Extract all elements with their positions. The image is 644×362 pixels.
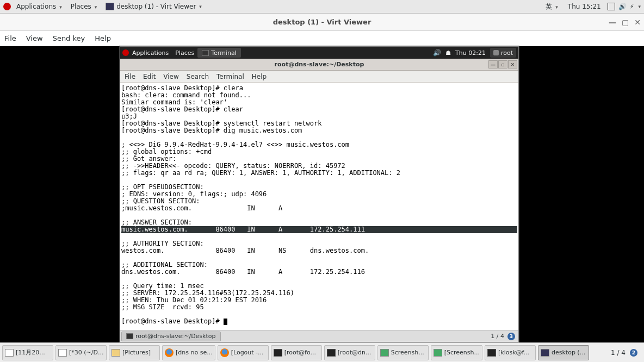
taskbar-label: [Screensh...	[444, 349, 480, 356]
terminal-maximize-button[interactable]: ▫	[498, 60, 507, 68]
close-button[interactable]: ✕	[634, 18, 641, 27]
screenshot-icon	[380, 349, 389, 357]
accessibility-icon[interactable]	[608, 3, 615, 10]
terminal-menubar: File Edit View Search Terminal Help	[120, 71, 518, 83]
host-taskbar-item[interactable]: desktop (...	[538, 345, 589, 360]
guest-user-menu[interactable]: root	[490, 48, 516, 58]
term-menu-edit[interactable]: Edit	[143, 73, 156, 80]
guest-clock[interactable]: Thu 02:21	[455, 49, 486, 57]
host-clock[interactable]: Thu 15:21	[565, 3, 604, 10]
terminal-titlebar[interactable]: root@dns-slave:~/Desktop — ▫ ✕	[120, 59, 518, 71]
taskbar-label: [kiosk@f...	[498, 349, 529, 356]
redhat-icon	[122, 49, 129, 56]
terminal-title: root@dns-slave:~/Desktop	[275, 61, 364, 68]
doc-icon	[5, 349, 14, 357]
host-taskbar-item[interactable]: [11月20...	[2, 345, 53, 360]
host-taskbar-item[interactable]: [Logout -...	[218, 345, 269, 360]
vv-menu-help[interactable]: Help	[95, 34, 111, 42]
term-icon	[274, 349, 282, 357]
ff-icon	[165, 348, 174, 357]
guest-places-menu[interactable]: Places	[172, 49, 197, 57]
host-applications-menu[interactable]: Applications ▾	[13, 3, 65, 10]
taskbar-label: [dns no se...	[176, 349, 213, 356]
network-icon[interactable]	[445, 49, 451, 57]
virt-viewer-window: desktop (1) - Virt Viewer — ▢ ✕ File Vie…	[0, 14, 644, 342]
guest-applications-menu[interactable]: Applications	[129, 49, 172, 57]
terminal-highlighted-line: music.westos.com. 86400 IN A 172.25.254.…	[121, 226, 517, 233]
minimize-button[interactable]: —	[609, 18, 616, 27]
vv-menu-sendkey[interactable]: Send key	[53, 34, 85, 42]
chevron-down-icon: ▾	[59, 4, 62, 10]
terminal-cursor	[224, 319, 227, 325]
terminal-icon	[202, 50, 209, 56]
term-icon	[487, 349, 496, 357]
redhat-icon	[3, 3, 11, 10]
guest-desktop: Applications Places Terminal Thu 02:21 r…	[120, 46, 519, 342]
terminal-window: root@dns-slave:~/Desktop — ▫ ✕ File Edit…	[120, 59, 518, 330]
taskbar-label: [Pictures]	[122, 349, 151, 356]
guest-bottom-panel: root@dns-slave:~/Desktop 1 / 4 3	[120, 330, 518, 342]
taskbar-label: [root@dn...	[338, 349, 371, 356]
guest-workspace-indicator[interactable]: 1 / 4	[491, 333, 504, 340]
guest-top-panel: Applications Places Terminal Thu 02:21 r…	[120, 47, 518, 59]
terminal-close-button[interactable]: ✕	[508, 60, 517, 68]
terminal-output[interactable]: [root@dns-slave Desktop]# clera bash: cl…	[120, 83, 518, 330]
folder-icon	[112, 349, 120, 357]
term-menu-file[interactable]: File	[125, 73, 135, 80]
terminal-minimize-button[interactable]: —	[488, 60, 498, 68]
host-bottom-panel: [11月20...[*30 (~/D...[Pictures][dns no s…	[0, 342, 644, 362]
taskbar-label: [*30 (~/D...	[69, 349, 103, 356]
chevron-down-icon: ▾	[95, 4, 97, 10]
host-taskbar-item[interactable]: [dns no se...	[162, 345, 215, 360]
taskbar-label: desktop (...	[552, 349, 585, 356]
taskbar-label: [11月20...	[16, 348, 45, 357]
host-taskbar-item[interactable]: Screensh...	[377, 345, 429, 360]
ime-indicator[interactable]: 英 ▾	[542, 2, 561, 11]
chevron-down-icon[interactable]: ▾	[638, 4, 641, 9]
term-icon	[327, 349, 336, 357]
vv-menu-view[interactable]: View	[26, 34, 43, 42]
term-menu-view[interactable]: View	[163, 73, 178, 80]
guest-active-task[interactable]: Terminal	[197, 48, 241, 58]
host-active-window[interactable]: desktop (1) - Virt Viewer ▾	[102, 3, 205, 10]
virt-viewer-titlebar[interactable]: desktop (1) - Virt Viewer — ▢ ✕	[0, 14, 644, 31]
virt-viewer-title: desktop (1) - Virt Viewer	[273, 18, 371, 26]
terminal-icon	[126, 333, 133, 339]
host-taskbar-item[interactable]: [*30 (~/D...	[55, 345, 107, 360]
term-menu-terminal[interactable]: Terminal	[216, 73, 244, 80]
host-taskbar-item[interactable]: [root@fo...	[271, 345, 322, 360]
chevron-down-icon: ▾	[199, 4, 202, 9]
taskbar-label: Screensh...	[391, 349, 424, 356]
host-top-panel: Applications ▾ Places ▾ desktop (1) - Vi…	[0, 0, 644, 14]
screenshot-icon	[434, 349, 442, 357]
term-menu-search[interactable]: Search	[187, 73, 209, 80]
host-taskbar-item[interactable]: [kiosk@f...	[485, 345, 536, 360]
term-menu-help[interactable]: Help	[252, 73, 267, 80]
virt-viewer-menubar: File View Send key Help	[0, 31, 644, 46]
virt-viewer-icon	[106, 3, 114, 10]
host-workspace-indicator[interactable]: 1 / 4	[611, 349, 626, 357]
maximize-button[interactable]: ▢	[622, 18, 629, 27]
guest-taskbar-item[interactable]: root@dns-slave:~/Desktop	[121, 332, 221, 341]
user-icon	[493, 50, 499, 55]
volume-icon[interactable]	[618, 3, 627, 10]
battery-icon[interactable]	[630, 3, 634, 10]
guest-workspace-dot[interactable]: 3	[507, 333, 515, 340]
doc-icon	[58, 349, 67, 357]
ff-icon	[220, 348, 229, 357]
host-taskbar-item[interactable]: [Screensh...	[431, 345, 482, 360]
host-places-menu[interactable]: Places ▾	[67, 3, 101, 10]
host-taskbar-item[interactable]: [Pictures]	[109, 345, 160, 360]
taskbar-label: [root@fo...	[284, 349, 316, 356]
vv-icon	[541, 349, 549, 357]
host-taskbar-item[interactable]: [root@dn...	[324, 345, 375, 360]
vv-menu-file[interactable]: File	[4, 34, 16, 42]
host-workspace-dot[interactable]: 2	[630, 349, 637, 357]
taskbar-label: [Logout -...	[231, 349, 264, 356]
volume-icon[interactable]	[433, 49, 441, 57]
